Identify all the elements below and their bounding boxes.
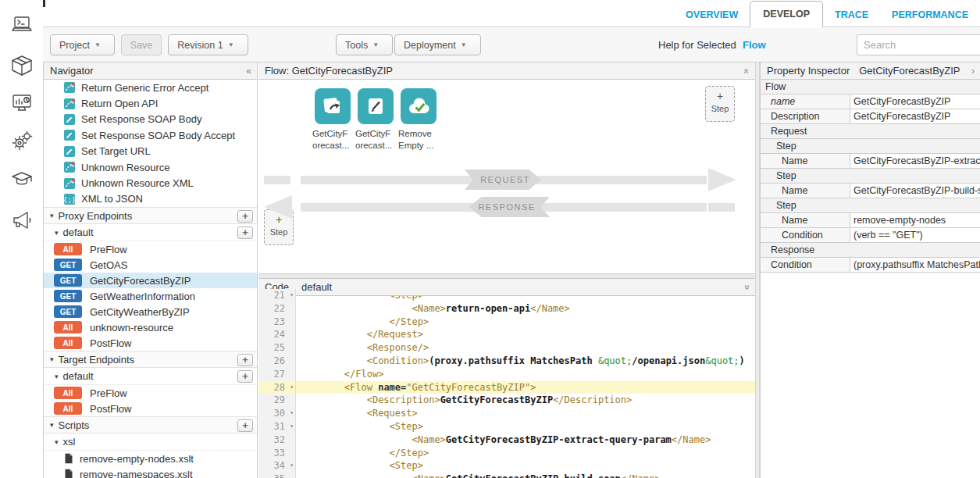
inspector-value[interactable]: GetCityForecastByZIP-extract-query-param	[850, 154, 980, 168]
megaphone-icon[interactable]	[10, 209, 34, 232]
nav-item-set-response-soap-body-accept[interactable]: Set Response SOAP Body Accept	[44, 127, 257, 143]
flow-diagram: GetCityForecast... GetCityForecast... Re…	[258, 80, 755, 273]
nav-item-getoas[interactable]: GETGetOAS	[44, 257, 257, 273]
collapse-right-icon[interactable]: ›	[971, 66, 975, 77]
nav-item-unknown-resource[interactable]: Unknown Resource	[44, 159, 257, 175]
code-lines[interactable]: 21▾ <Step>22 <Name>return-open-api</Name…	[258, 289, 755, 478]
code-line-25[interactable]: 25 <Response/>	[258, 341, 755, 355]
expand-caret-icon[interactable]: ▾	[50, 212, 54, 219]
line-number: 26	[258, 355, 296, 368]
nav-item-remove-empty-nodes-xslt[interactable]: remove-empty-nodes.xslt	[44, 451, 257, 466]
add-button[interactable]: +	[237, 354, 253, 366]
inspector-value[interactable]: (proxy.pathsuffix MatchesPath "/c	[850, 258, 980, 272]
nav-item-return-open-api[interactable]: Return Open API	[44, 95, 257, 111]
code-line-28[interactable]: 28▾ <Flow name="GetCityForecastByZIP">	[258, 381, 755, 394]
nav-item-preflow[interactable]: AllPreFlow	[44, 385, 257, 401]
tab-overview[interactable]: OVERVIEW	[674, 2, 750, 27]
code-line-32[interactable]: 32 <Name>GetCityForecastByZIP-extract-qu…	[258, 433, 755, 447]
code-line-35[interactable]: 35 <Name>GetCityForecastByZIP-build-soap…	[258, 473, 755, 478]
nav-item-set-response-soap-body[interactable]: Set Response SOAP Body	[44, 112, 257, 127]
code-scope-label[interactable]: default	[301, 281, 332, 293]
nav-item-preflow[interactable]: AllPreFlow	[44, 241, 257, 257]
save-button[interactable]: Save	[121, 34, 162, 55]
property-inspector-rows: FlownameGetCityForecastByZIPDescriptionG…	[761, 80, 980, 273]
code-line-29[interactable]: 29 <Description>GetCityForecastByZIP</De…	[258, 394, 755, 407]
nav-item-getcityforecastbyzip[interactable]: GETGetCityForecastByZIP	[44, 273, 257, 288]
fold-caret-icon[interactable]: ▾	[290, 420, 294, 433]
nav-item-postflow[interactable]: AllPostFlow	[44, 335, 257, 351]
line-number: 28▾	[258, 381, 296, 394]
fold-caret-icon[interactable]: ▾	[290, 459, 294, 473]
nav-item-default[interactable]: ▾default+	[44, 224, 257, 241]
code-line-30[interactable]: 30▾ <Request>	[258, 407, 755, 420]
help-for-selected-label: Help for Selected	[658, 39, 736, 51]
expand-caret-icon[interactable]: ▾	[55, 438, 59, 446]
add-button[interactable]: +	[237, 419, 253, 432]
fold-caret-icon[interactable]: ▾	[290, 381, 294, 394]
fold-caret-icon[interactable]: ▾	[290, 289, 294, 302]
collapse-left-icon[interactable]: «	[246, 66, 251, 77]
gears-icon[interactable]	[10, 129, 34, 152]
nav-item-proxy-endpoints[interactable]: ▾Proxy Endpoints+	[44, 207, 257, 224]
nav-item-default[interactable]: ▾default+	[44, 368, 257, 385]
expand-caret-icon[interactable]: ▾	[50, 421, 54, 429]
fold-caret-icon[interactable]: ▾	[290, 407, 294, 420]
code-line-22[interactable]: 22 <Name>return-open-api</Name>	[258, 302, 755, 316]
expand-caret-icon[interactable]: ▾	[55, 229, 59, 237]
nav-item-set-target-url[interactable]: Set Target URL	[44, 144, 257, 159]
nav-item-postflow[interactable]: AllPostFlow	[44, 401, 257, 416]
code-line-34[interactable]: 34▾ <Step>	[258, 459, 755, 473]
add-button[interactable]: +	[237, 227, 253, 239]
nav-item-getcityweatherbyzip[interactable]: GETGetCityWeatherByZIP	[44, 304, 257, 319]
horizontal-splitter[interactable]	[258, 273, 755, 279]
inspector-value[interactable]: GetCityForecastByZIP	[850, 109, 980, 123]
nav-item-remove-namespaces-xslt[interactable]: remove-namespaces.xslt	[44, 466, 257, 478]
nav-item-scripts[interactable]: ▾Scripts+	[44, 416, 257, 433]
nav-item-xsl[interactable]: ▾xsl	[44, 433, 257, 451]
code-line-27[interactable]: 27 </Flow>	[258, 368, 755, 381]
tools-menu-button[interactable]: Tools▼	[336, 34, 393, 55]
code-line-31[interactable]: 31▾ <Step>	[258, 420, 755, 433]
inspector-value[interactable]: remove-empty-nodes	[850, 213, 980, 227]
nav-item-xml-to-json[interactable]: {;}XML to JSON	[44, 191, 257, 207]
flow-step-assign[interactable]	[358, 88, 394, 124]
nav-item-getweatherinformation[interactable]: GETGetWeatherInformation	[44, 288, 257, 304]
code-line-23[interactable]: 23 </Step>	[258, 316, 755, 329]
project-menu-button[interactable]: Project▼	[50, 34, 115, 55]
collapse-down-icon[interactable]: «	[742, 284, 753, 290]
inspector-value[interactable]: (verb == "GET")	[850, 228, 980, 242]
request-bar-stub	[264, 176, 290, 184]
tab-develop[interactable]: DEVELOP	[750, 1, 823, 27]
code-text: <Flow name="GetCityForecastByZIP">	[296, 381, 536, 394]
search-input[interactable]	[857, 34, 980, 55]
add-step-button-request[interactable]: + Step	[705, 86, 735, 122]
inspector-value[interactable]: GetCityForecastByZIP-build-soap	[850, 184, 980, 198]
monitor-chart-icon[interactable]	[10, 91, 34, 115]
nav-item-unknown-resource[interactable]: Allunknown-resource	[44, 319, 257, 335]
package-icon[interactable]	[10, 54, 34, 77]
line-number: 24	[258, 328, 296, 341]
flow-step-callout[interactable]	[315, 88, 351, 124]
add-button[interactable]: +	[237, 210, 253, 223]
flow-step-xsl[interactable]	[401, 88, 437, 124]
revision-menu-button[interactable]: Revision 1▼	[168, 34, 248, 55]
tab-performance[interactable]: PERFORMANCE	[880, 2, 980, 27]
graduation-cap-icon[interactable]	[10, 167, 34, 191]
code-text: <Response/>	[296, 341, 429, 355]
add-button[interactable]: +	[237, 370, 253, 383]
expand-caret-icon[interactable]: ▾	[50, 355, 54, 363]
terminal-laptop-icon[interactable]	[10, 13, 34, 37]
deployment-menu-button[interactable]: Deployment▼	[394, 34, 481, 55]
nav-item-return-generic-error-accept[interactable]: Return Generic Error Accept	[44, 80, 257, 95]
expand-caret-icon[interactable]: ▾	[55, 373, 59, 380]
nav-item-unknown-resource-xml[interactable]: Unknown Resource XML	[44, 175, 257, 191]
flow-label: PreFlow	[90, 387, 127, 399]
code-line-24[interactable]: 24 </Request>	[258, 328, 755, 341]
inspector-value[interactable]: GetCityForecastByZIP	[850, 95, 980, 109]
help-flow-link[interactable]: Flow	[743, 39, 766, 51]
collapse-up-icon[interactable]: «	[742, 68, 753, 73]
code-line-33[interactable]: 33 </Step>	[258, 447, 755, 460]
tab-trace[interactable]: TRACE	[823, 2, 880, 27]
code-line-26[interactable]: 26 <Condition>(proxy.pathsuffix MatchesP…	[258, 355, 755, 368]
nav-item-target-endpoints[interactable]: ▾Target Endpoints+	[44, 351, 257, 368]
